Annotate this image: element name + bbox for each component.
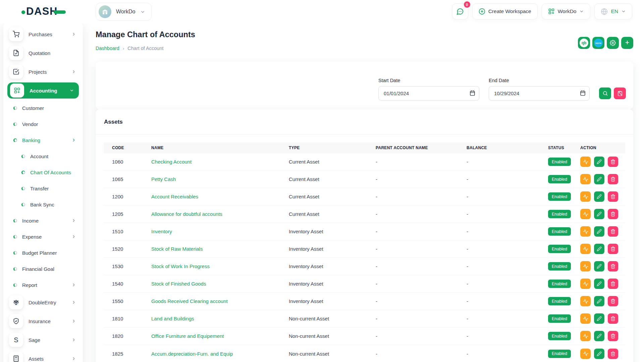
sidebar-item-accounting[interactable]: Accounting xyxy=(7,82,79,99)
sidebar-item-insurance[interactable]: Insurance xyxy=(3,312,83,330)
messages-button[interactable]: 0 xyxy=(452,3,468,19)
status-badge[interactable]: Enabled xyxy=(548,350,571,358)
sidebar-item-account[interactable]: Account xyxy=(3,148,83,164)
edit-button[interactable] xyxy=(594,174,604,184)
status-badge[interactable]: Enabled xyxy=(548,158,571,166)
sidebar-item-transfer[interactable]: Transfer xyxy=(3,180,83,196)
sidebar-item-report[interactable]: Report xyxy=(3,277,83,293)
account-name-link[interactable]: Accum.depreciation-Furn. and Equip xyxy=(151,351,233,357)
account-name-link[interactable]: Goods Received Clearing account xyxy=(151,298,228,304)
activity-button[interactable] xyxy=(580,157,591,167)
activity-button[interactable] xyxy=(580,331,591,341)
activity-button[interactable] xyxy=(580,279,591,289)
account-name-link[interactable]: Stock of Work In Progress xyxy=(151,263,210,269)
account-name-link[interactable]: Land and Buildings xyxy=(151,316,194,321)
activity-button[interactable] xyxy=(580,313,591,324)
delete-button[interactable] xyxy=(608,191,618,202)
account-name-link[interactable]: Allowance for doubtful accounts xyxy=(151,211,222,217)
language-selector[interactable]: EN xyxy=(594,3,632,19)
delete-button[interactable] xyxy=(608,157,618,167)
workspace-switcher[interactable]: WorkDo xyxy=(542,3,591,19)
delete-button[interactable] xyxy=(608,313,618,324)
activity-button[interactable] xyxy=(580,244,591,254)
edit-button[interactable] xyxy=(594,209,604,219)
status-badge[interactable]: Enabled xyxy=(548,280,571,288)
edit-button[interactable] xyxy=(594,349,604,359)
activity-button[interactable] xyxy=(580,261,591,272)
sidebar-item-budget-planner[interactable]: Budget Planner xyxy=(3,245,83,261)
status-badge[interactable]: Enabled xyxy=(548,192,571,201)
status-badge[interactable]: Enabled xyxy=(548,262,571,270)
sidebar-item-projects[interactable]: Projects xyxy=(3,62,83,81)
parent-account-name: - xyxy=(376,351,467,357)
sidebar-item-banking[interactable]: Banking xyxy=(3,132,83,148)
sidebar-item-purchases[interactable]: Purchases xyxy=(3,25,83,44)
create-workspace-button[interactable]: Create Workspace xyxy=(472,3,538,19)
edit-button[interactable] xyxy=(594,296,604,306)
activity-button[interactable] xyxy=(580,349,591,359)
delete-button[interactable] xyxy=(608,226,618,237)
edit-button[interactable] xyxy=(594,313,604,324)
breadcrumb-dashboard-link[interactable]: Dashboard xyxy=(96,46,119,51)
sidebar-item-vendor[interactable]: Vendor xyxy=(3,116,83,132)
delete-button[interactable] xyxy=(608,296,618,306)
sidebar-item-expense[interactable]: Expense xyxy=(3,229,83,245)
edit-button[interactable] xyxy=(594,261,604,272)
sidebar-item-quotation[interactable]: Quotation xyxy=(3,44,83,62)
xero-button[interactable]: xero xyxy=(592,37,604,49)
sidebar-item-income[interactable]: Income xyxy=(3,213,83,229)
sidebar-item-bank-sync[interactable]: Bank Sync xyxy=(3,196,83,213)
account-name-link[interactable]: Inventory xyxy=(151,229,172,234)
apply-filter-button[interactable] xyxy=(599,87,611,99)
activity-button[interactable] xyxy=(580,191,591,202)
status-badge[interactable]: Enabled xyxy=(548,297,571,305)
account-type: Non-current Asset xyxy=(289,316,376,321)
account-name-link[interactable]: Stock of Raw Materials xyxy=(151,246,203,252)
workspace-selector[interactable]: WorkDo xyxy=(96,3,152,21)
settings-button[interactable] xyxy=(607,37,619,49)
delete-button[interactable] xyxy=(608,261,618,272)
delete-button[interactable] xyxy=(608,244,618,254)
edit-button[interactable] xyxy=(594,244,604,254)
sidebar-item-sage[interactable]: S Sage xyxy=(3,330,83,349)
start-date-input[interactable] xyxy=(378,86,479,101)
sidebar-item-doubleentry[interactable]: DoubleEntry xyxy=(3,293,83,312)
delete-button[interactable] xyxy=(608,279,618,289)
calendar-icon[interactable] xyxy=(580,90,586,96)
delete-button[interactable] xyxy=(608,349,618,359)
app-logo[interactable]: DASH xyxy=(21,5,66,17)
status-badge[interactable]: Enabled xyxy=(548,227,571,236)
end-date-input[interactable] xyxy=(489,86,590,101)
status-badge[interactable]: Enabled xyxy=(548,245,571,253)
status-badge[interactable]: Enabled xyxy=(548,175,571,183)
activity-button[interactable] xyxy=(580,209,591,219)
activity-button[interactable] xyxy=(580,174,591,184)
quickbooks-button[interactable]: qb xyxy=(578,37,590,49)
edit-button[interactable] xyxy=(594,226,604,237)
delete-button[interactable] xyxy=(608,331,618,341)
edit-button[interactable] xyxy=(594,157,604,167)
sidebar-item-financial-goal[interactable]: Financial Goal xyxy=(3,261,83,277)
status-badge[interactable]: Enabled xyxy=(548,332,571,340)
account-name-link[interactable]: Office Furniture and Equipement xyxy=(151,333,224,339)
edit-button[interactable] xyxy=(594,279,604,289)
sidebar-item-assets[interactable]: Assets xyxy=(3,349,83,362)
delete-button[interactable] xyxy=(608,174,618,184)
account-balance: - xyxy=(467,246,548,252)
activity-button[interactable] xyxy=(580,296,591,306)
status-badge[interactable]: Enabled xyxy=(548,314,571,323)
status-badge[interactable]: Enabled xyxy=(548,210,571,218)
account-name-link[interactable]: Petty Cash xyxy=(151,176,176,182)
delete-button[interactable] xyxy=(608,209,618,219)
edit-button[interactable] xyxy=(594,191,604,202)
calendar-icon[interactable] xyxy=(470,90,475,96)
add-button[interactable]: + xyxy=(621,37,633,49)
account-name-link[interactable]: Account Receivables xyxy=(151,194,198,199)
account-name-link[interactable]: Checking Account xyxy=(151,159,192,165)
edit-button[interactable] xyxy=(594,331,604,341)
sidebar-item-chart-of-accounts[interactable]: Chart Of Accounts xyxy=(3,164,83,180)
activity-button[interactable] xyxy=(580,226,591,237)
account-name-link[interactable]: Stock of Finished Goods xyxy=(151,281,206,287)
reset-filter-button[interactable] xyxy=(614,87,626,99)
sidebar-item-customer[interactable]: Customer xyxy=(3,100,83,116)
